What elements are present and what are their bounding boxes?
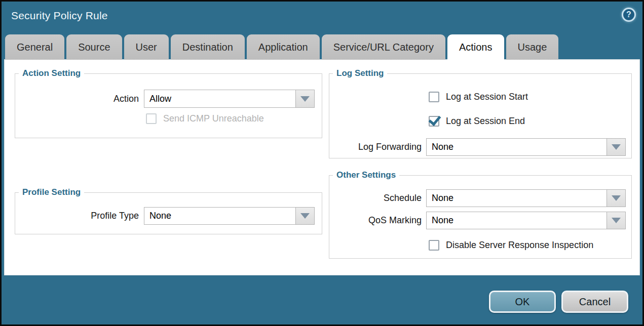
send-icmp-unreachable-label: Send ICMP Unreachable [163, 113, 264, 124]
schedule-dropdown[interactable]: None [426, 189, 626, 207]
actions-tab-panel: Action Setting Log Setting Profile Setti… [4, 59, 640, 275]
chevron-down-icon [300, 213, 310, 219]
cancel-button[interactable]: Cancel [561, 291, 628, 313]
tab-source[interactable]: Source [66, 34, 122, 60]
tab-destination[interactable]: Destination [171, 34, 245, 60]
tab-service-url-category[interactable]: Service/URL Category [322, 34, 445, 60]
chevron-down-icon [612, 195, 621, 201]
disable-server-response-inspection-checkbox[interactable] [429, 240, 439, 251]
log-at-session-end-label: Log at Session End [446, 116, 525, 127]
schedule-label: Schedule [334, 193, 422, 203]
schedule-row: Schedule None [334, 189, 626, 207]
qos-marking-label: QoS Marking [334, 215, 422, 226]
help-icon[interactable]: ? [622, 8, 636, 22]
profile-setting-legend: Profile Setting [19, 187, 84, 197]
tab-actions[interactable]: Actions [447, 34, 504, 61]
tab-usage[interactable]: Usage [506, 34, 559, 60]
qos-marking-row: QoS Marking None [334, 212, 626, 229]
log-forwarding-dropdown-button[interactable] [607, 138, 626, 156]
action-dropdown-button[interactable] [296, 90, 315, 108]
log-at-session-end-checkbox-row: Log at Session End [429, 116, 525, 127]
log-forwarding-label: Log Forwarding [334, 142, 422, 152]
schedule-dropdown-value[interactable]: None [426, 189, 607, 207]
security-policy-rule-dialog: Security Policy Rule ? General Source Us… [0, 0, 644, 326]
profile-type-dropdown-value[interactable]: None [144, 207, 296, 225]
profile-type-row: Profile Type None [5, 207, 315, 225]
tab-general[interactable]: General [5, 34, 64, 60]
chevron-down-icon [300, 96, 310, 102]
chevron-down-icon [612, 218, 621, 223]
log-forwarding-dropdown-value[interactable]: None [426, 138, 607, 156]
tab-application[interactable]: Application [247, 34, 320, 60]
profile-type-dropdown[interactable]: None [144, 207, 315, 225]
action-dropdown-value[interactable]: Allow [144, 90, 296, 108]
qos-marking-dropdown-button[interactable] [607, 212, 626, 229]
log-forwarding-row: Log Forwarding None [334, 138, 626, 156]
log-at-session-start-checkbox[interactable] [429, 92, 439, 102]
action-setting-legend: Action Setting [19, 68, 84, 78]
profile-type-dropdown-button[interactable] [296, 207, 315, 225]
log-at-session-start-checkbox-row: Log at Session Start [429, 92, 528, 102]
log-at-session-start-label: Log at Session Start [446, 92, 528, 102]
log-at-session-end-checkbox[interactable] [429, 116, 439, 127]
action-label: Action [5, 94, 139, 104]
other-settings-legend: Other Settings [333, 170, 399, 180]
schedule-dropdown-button[interactable] [607, 189, 626, 207]
dialog-title: Security Policy Rule [11, 10, 108, 22]
chevron-down-icon [612, 144, 621, 150]
action-row: Action Allow [5, 90, 315, 108]
ok-button[interactable]: OK [489, 291, 556, 313]
qos-marking-dropdown[interactable]: None [426, 212, 626, 229]
action-dropdown[interactable]: Allow [144, 90, 315, 108]
log-setting-legend: Log Setting [333, 68, 387, 78]
tab-bar: General Source User Destination Applicat… [5, 34, 558, 61]
send-icmp-unreachable-checkbox-row: Send ICMP Unreachable [146, 113, 264, 124]
send-icmp-unreachable-checkbox [146, 113, 157, 124]
disable-server-response-inspection-label: Disable Server Response Inspection [446, 240, 593, 251]
disable-server-response-inspection-checkbox-row: Disable Server Response Inspection [429, 240, 593, 251]
log-forwarding-dropdown[interactable]: None [426, 138, 626, 156]
profile-type-label: Profile Type [5, 211, 139, 221]
qos-marking-dropdown-value[interactable]: None [426, 212, 607, 229]
tab-user[interactable]: User [124, 34, 169, 60]
